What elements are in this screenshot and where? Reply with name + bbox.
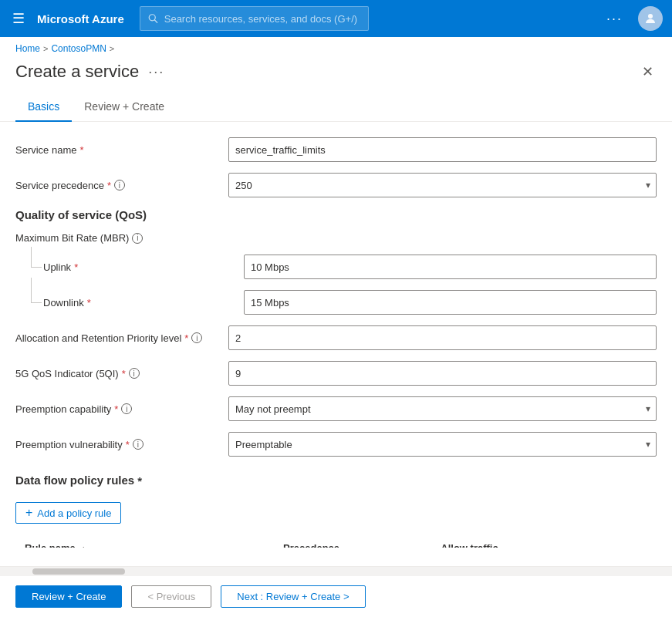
qi-input[interactable] — [228, 361, 657, 386]
next-review-create-button[interactable]: Next : Review + Create > — [221, 585, 365, 608]
uplink-label: Uplink * — [31, 261, 231, 273]
avatar[interactable] — [638, 6, 663, 31]
hamburger-menu-icon[interactable]: ☰ — [9, 7, 28, 30]
service-precedence-required: * — [107, 180, 111, 191]
preemption-cap-select-wrapper: May not preempt May preempt ▾ — [228, 396, 657, 421]
sort-rule-name-icon: ↑ — [81, 544, 86, 548]
uplink-row: Uplink * — [31, 255, 657, 279]
footer: Review + Create < Previous Next : Review… — [0, 566, 672, 617]
main-content: Service name * Service precedence * i 25… — [0, 122, 672, 548]
preemption-cap-required: * — [114, 403, 118, 415]
tabs: Basics Review + Create — [0, 93, 672, 122]
breadcrumb-chevron-2: > — [110, 44, 114, 53]
arp-input[interactable] — [228, 325, 657, 350]
preemption-vuln-select-wrapper: Preemptable Not preemptable ▾ — [228, 432, 657, 457]
downlink-input[interactable] — [244, 290, 657, 315]
topbar-more-icon[interactable]: ··· — [600, 8, 629, 30]
scrollbar-thumb[interactable] — [32, 568, 125, 575]
scrollbar[interactable] — [0, 567, 672, 576]
downlink-row: Downlink * — [31, 290, 657, 315]
policy-rules-required: * — [137, 474, 142, 487]
plus-icon: + — [25, 507, 32, 519]
preemption-cap-row: Preemption capability * i May not preemp… — [15, 396, 657, 421]
topbar: ☰ Microsoft Azure ··· — [0, 0, 672, 37]
service-name-required: * — [79, 144, 83, 156]
arp-info-icon[interactable]: i — [191, 332, 202, 343]
mbr-info-icon[interactable]: i — [132, 233, 143, 244]
qi-row: 5G QoS Indicator (5QI) * i — [15, 361, 657, 386]
service-precedence-select-wrapper: 250 ▾ — [228, 173, 657, 197]
qi-required: * — [122, 368, 126, 379]
arp-label: Allocation and Retention Priority level … — [15, 332, 216, 344]
panel-header: Create a service ··· ✕ — [0, 60, 672, 93]
preemption-vuln-row: Preemption vulnerability * i Preemptable… — [15, 432, 657, 457]
svg-line-1 — [154, 20, 157, 22]
service-precedence-label: Service precedence * i — [15, 180, 216, 191]
tab-basics[interactable]: Basics — [15, 93, 72, 122]
preemption-vuln-select[interactable]: Preemptable Not preemptable — [228, 432, 657, 457]
preemption-cap-label: Preemption capability * i — [15, 403, 216, 415]
arp-row: Allocation and Retention Priority level … — [15, 325, 657, 350]
search-bar[interactable] — [140, 6, 370, 31]
svg-point-2 — [648, 14, 653, 19]
app-title: Microsoft Azure — [37, 12, 124, 25]
search-input[interactable] — [164, 13, 361, 25]
breadcrumb-chevron-1: > — [43, 44, 48, 53]
close-icon[interactable]: ✕ — [639, 60, 657, 83]
breadcrumb-parent[interactable]: ContosoPMN — [51, 43, 106, 54]
add-policy-rule-button[interactable]: + Add a policy rule — [15, 502, 121, 524]
qi-label: 5G QoS Indicator (5QI) * i — [15, 368, 216, 379]
search-icon — [148, 13, 158, 24]
uplink-required: * — [74, 261, 78, 273]
uplink-input[interactable] — [244, 255, 657, 279]
mbr-label-row: Maximum Bit Rate (MBR) i — [15, 232, 657, 244]
panel-title: Create a service — [15, 62, 139, 82]
review-create-button[interactable]: Review + Create — [15, 585, 122, 608]
service-precedence-row: Service precedence * i 250 ▾ — [15, 173, 657, 197]
footer-buttons: Review + Create < Previous Next : Review… — [0, 576, 672, 617]
user-avatar-icon — [643, 12, 657, 25]
service-name-row: Service name * — [15, 137, 657, 162]
arp-required: * — [184, 332, 188, 344]
col-rule-name[interactable]: Rule name ↑ — [15, 536, 274, 548]
col-allow-traffic[interactable]: Allow traffic — [431, 536, 591, 548]
breadcrumb: Home > ContosoPMN > — [0, 37, 672, 60]
preemption-cap-select[interactable]: May not preempt May preempt — [228, 396, 657, 421]
previous-button[interactable]: < Previous — [131, 585, 211, 608]
preemption-cap-info-icon[interactable]: i — [121, 403, 132, 414]
service-precedence-info-icon[interactable]: i — [114, 180, 125, 190]
panel-more-icon[interactable]: ··· — [148, 64, 164, 80]
downlink-required: * — [87, 297, 91, 308]
preemption-vuln-label: Preemption vulnerability * i — [15, 439, 216, 450]
service-name-label: Service name * — [15, 144, 216, 156]
breadcrumb-home[interactable]: Home — [15, 43, 40, 54]
service-name-input[interactable] — [228, 137, 657, 162]
downlink-label: Downlink * — [31, 297, 231, 308]
tab-review-create[interactable]: Review + Create — [72, 93, 177, 122]
col-precedence[interactable]: Precedence — [274, 536, 431, 548]
mbr-label: Maximum Bit Rate (MBR) i — [15, 232, 216, 244]
policy-rules-heading: Data flow policy rules — [15, 474, 134, 487]
service-precedence-select[interactable]: 250 — [228, 173, 657, 197]
qi-info-icon[interactable]: i — [129, 368, 140, 379]
policy-rules-table: Rule name ↑ Precedence Allow traffic rul… — [15, 536, 657, 548]
preemption-vuln-required: * — [126, 439, 130, 450]
qos-section-heading: Quality of service (QoS) — [15, 208, 657, 221]
preemption-vuln-info-icon[interactable]: i — [133, 439, 144, 450]
